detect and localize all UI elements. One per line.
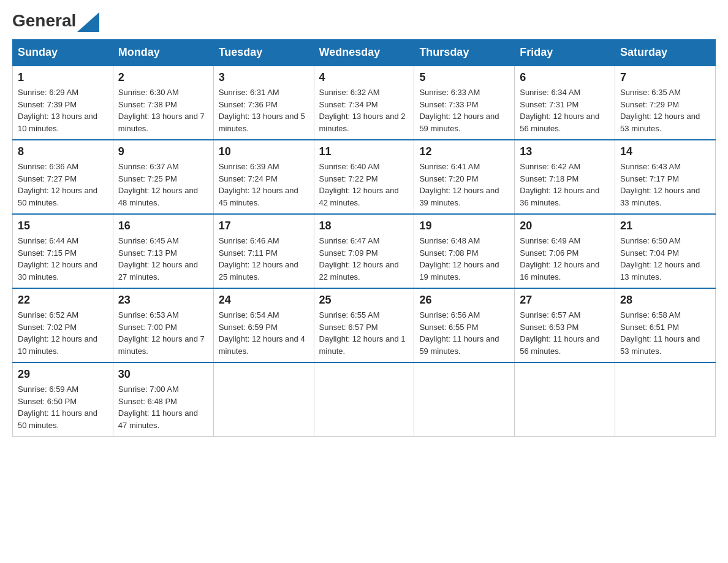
weekday-header-tuesday: Tuesday (213, 40, 314, 66)
day-number: 13 (520, 145, 610, 158)
calendar-cell (414, 362, 515, 437)
day-info: Sunrise: 6:45 AM Sunset: 7:13 PM Dayligh… (118, 235, 208, 283)
day-number: 3 (219, 71, 309, 84)
day-info: Sunrise: 7:00 AM Sunset: 6:48 PM Dayligh… (118, 383, 208, 431)
calendar-cell: 3 Sunrise: 6:31 AM Sunset: 7:36 PM Dayli… (213, 66, 314, 140)
calendar-cell (615, 362, 716, 437)
day-info: Sunrise: 6:49 AM Sunset: 7:06 PM Dayligh… (520, 235, 610, 283)
day-info: Sunrise: 6:42 AM Sunset: 7:18 PM Dayligh… (520, 161, 610, 209)
calendar-cell: 25 Sunrise: 6:55 AM Sunset: 6:57 PM Dayl… (314, 288, 414, 362)
calendar-cell: 11 Sunrise: 6:40 AM Sunset: 7:22 PM Dayl… (314, 140, 414, 214)
day-info: Sunrise: 6:48 AM Sunset: 7:08 PM Dayligh… (419, 235, 509, 283)
day-number: 23 (118, 294, 208, 307)
calendar-cell: 24 Sunrise: 6:54 AM Sunset: 6:59 PM Dayl… (213, 288, 314, 362)
day-number: 1 (18, 71, 108, 84)
calendar-cell: 7 Sunrise: 6:35 AM Sunset: 7:29 PM Dayli… (615, 66, 716, 140)
calendar-cell: 29 Sunrise: 6:59 AM Sunset: 6:50 PM Dayl… (13, 362, 113, 437)
weekday-header-saturday: Saturday (615, 40, 716, 66)
day-info: Sunrise: 6:44 AM Sunset: 7:15 PM Dayligh… (18, 235, 108, 283)
day-number: 29 (18, 368, 108, 381)
day-number: 15 (18, 220, 108, 232)
calendar-cell: 8 Sunrise: 6:36 AM Sunset: 7:27 PM Dayli… (13, 140, 113, 214)
day-number: 28 (620, 294, 710, 307)
calendar-table: SundayMondayTuesdayWednesdayThursdayFrid… (12, 39, 716, 437)
day-info: Sunrise: 6:46 AM Sunset: 7:11 PM Dayligh… (219, 235, 309, 283)
calendar-cell: 23 Sunrise: 6:53 AM Sunset: 7:00 PM Dayl… (113, 288, 213, 362)
day-info: Sunrise: 6:58 AM Sunset: 6:51 PM Dayligh… (620, 309, 710, 357)
calendar-cell: 15 Sunrise: 6:44 AM Sunset: 7:15 PM Dayl… (13, 214, 113, 288)
day-info: Sunrise: 6:54 AM Sunset: 6:59 PM Dayligh… (219, 309, 309, 357)
day-number: 5 (419, 71, 509, 84)
calendar-cell: 20 Sunrise: 6:49 AM Sunset: 7:06 PM Dayl… (515, 214, 615, 288)
calendar-cell: 10 Sunrise: 6:39 AM Sunset: 7:24 PM Dayl… (213, 140, 314, 214)
day-info: Sunrise: 6:40 AM Sunset: 7:22 PM Dayligh… (319, 161, 409, 209)
calendar-cell: 2 Sunrise: 6:30 AM Sunset: 7:38 PM Dayli… (113, 66, 213, 140)
day-info: Sunrise: 6:57 AM Sunset: 6:53 PM Dayligh… (520, 309, 610, 357)
day-info: Sunrise: 6:32 AM Sunset: 7:34 PM Dayligh… (319, 86, 409, 134)
calendar-cell: 16 Sunrise: 6:45 AM Sunset: 7:13 PM Dayl… (113, 214, 213, 288)
day-info: Sunrise: 6:31 AM Sunset: 7:36 PM Dayligh… (219, 86, 309, 134)
calendar-cell: 18 Sunrise: 6:47 AM Sunset: 7:09 PM Dayl… (314, 214, 414, 288)
day-info: Sunrise: 6:41 AM Sunset: 7:20 PM Dayligh… (419, 161, 509, 209)
day-number: 12 (419, 145, 509, 158)
calendar-cell: 30 Sunrise: 7:00 AM Sunset: 6:48 PM Dayl… (113, 362, 213, 437)
day-number: 2 (118, 71, 208, 84)
weekday-header-friday: Friday (515, 40, 615, 66)
day-info: Sunrise: 6:35 AM Sunset: 7:29 PM Dayligh… (620, 86, 710, 134)
day-number: 26 (419, 294, 509, 307)
logo-general-text: General (12, 11, 76, 30)
calendar-cell: 19 Sunrise: 6:48 AM Sunset: 7:08 PM Dayl… (414, 214, 515, 288)
day-info: Sunrise: 6:56 AM Sunset: 6:55 PM Dayligh… (419, 309, 509, 357)
calendar-cell: 6 Sunrise: 6:34 AM Sunset: 7:31 PM Dayli… (515, 66, 615, 140)
calendar-cell (515, 362, 615, 437)
svg-marker-0 (77, 12, 99, 32)
calendar-cell: 13 Sunrise: 6:42 AM Sunset: 7:18 PM Dayl… (515, 140, 615, 214)
day-number: 20 (520, 220, 610, 232)
day-number: 7 (620, 71, 710, 84)
day-number: 10 (219, 145, 309, 158)
weekday-header-sunday: Sunday (13, 40, 113, 66)
calendar-cell (213, 362, 314, 437)
calendar-cell: 9 Sunrise: 6:37 AM Sunset: 7:25 PM Dayli… (113, 140, 213, 214)
calendar-cell: 12 Sunrise: 6:41 AM Sunset: 7:20 PM Dayl… (414, 140, 515, 214)
day-info: Sunrise: 6:53 AM Sunset: 7:00 PM Dayligh… (118, 309, 208, 357)
calendar-cell: 14 Sunrise: 6:43 AM Sunset: 7:17 PM Dayl… (615, 140, 716, 214)
calendar-week-row: 8 Sunrise: 6:36 AM Sunset: 7:27 PM Dayli… (13, 140, 716, 214)
day-info: Sunrise: 6:43 AM Sunset: 7:17 PM Dayligh… (620, 161, 710, 209)
calendar-cell (314, 362, 414, 437)
calendar-week-row: 1 Sunrise: 6:29 AM Sunset: 7:39 PM Dayli… (13, 66, 716, 140)
calendar-cell: 17 Sunrise: 6:46 AM Sunset: 7:11 PM Dayl… (213, 214, 314, 288)
day-number: 9 (118, 145, 208, 158)
calendar-week-row: 29 Sunrise: 6:59 AM Sunset: 6:50 PM Dayl… (13, 362, 716, 437)
logo: General (12, 12, 99, 29)
day-number: 11 (319, 145, 409, 158)
logo-triangle-icon (77, 12, 99, 32)
day-number: 14 (620, 145, 710, 158)
day-info: Sunrise: 6:36 AM Sunset: 7:27 PM Dayligh… (18, 161, 108, 209)
day-info: Sunrise: 6:39 AM Sunset: 7:24 PM Dayligh… (219, 161, 309, 209)
day-info: Sunrise: 6:50 AM Sunset: 7:04 PM Dayligh… (620, 235, 710, 283)
day-number: 30 (118, 368, 208, 381)
calendar-cell: 21 Sunrise: 6:50 AM Sunset: 7:04 PM Dayl… (615, 214, 716, 288)
calendar-cell: 27 Sunrise: 6:57 AM Sunset: 6:53 PM Dayl… (515, 288, 615, 362)
day-info: Sunrise: 6:30 AM Sunset: 7:38 PM Dayligh… (118, 86, 208, 134)
day-info: Sunrise: 6:59 AM Sunset: 6:50 PM Dayligh… (18, 383, 108, 431)
day-info: Sunrise: 6:52 AM Sunset: 7:02 PM Dayligh… (18, 309, 108, 357)
day-number: 19 (419, 220, 509, 232)
day-number: 24 (219, 294, 309, 307)
weekday-header-thursday: Thursday (414, 40, 515, 66)
calendar-cell: 22 Sunrise: 6:52 AM Sunset: 7:02 PM Dayl… (13, 288, 113, 362)
day-info: Sunrise: 6:37 AM Sunset: 7:25 PM Dayligh… (118, 161, 208, 209)
weekday-header-monday: Monday (113, 40, 213, 66)
calendar-cell: 28 Sunrise: 6:58 AM Sunset: 6:51 PM Dayl… (615, 288, 716, 362)
calendar-cell: 4 Sunrise: 6:32 AM Sunset: 7:34 PM Dayli… (314, 66, 414, 140)
calendar-cell: 1 Sunrise: 6:29 AM Sunset: 7:39 PM Dayli… (13, 66, 113, 140)
weekday-header-wednesday: Wednesday (314, 40, 414, 66)
calendar-cell: 5 Sunrise: 6:33 AM Sunset: 7:33 PM Dayli… (414, 66, 515, 140)
day-number: 25 (319, 294, 409, 307)
calendar-week-row: 15 Sunrise: 6:44 AM Sunset: 7:15 PM Dayl… (13, 214, 716, 288)
day-number: 4 (319, 71, 409, 84)
day-number: 22 (18, 294, 108, 307)
day-info: Sunrise: 6:47 AM Sunset: 7:09 PM Dayligh… (319, 235, 409, 283)
page-header: General (12, 12, 716, 29)
